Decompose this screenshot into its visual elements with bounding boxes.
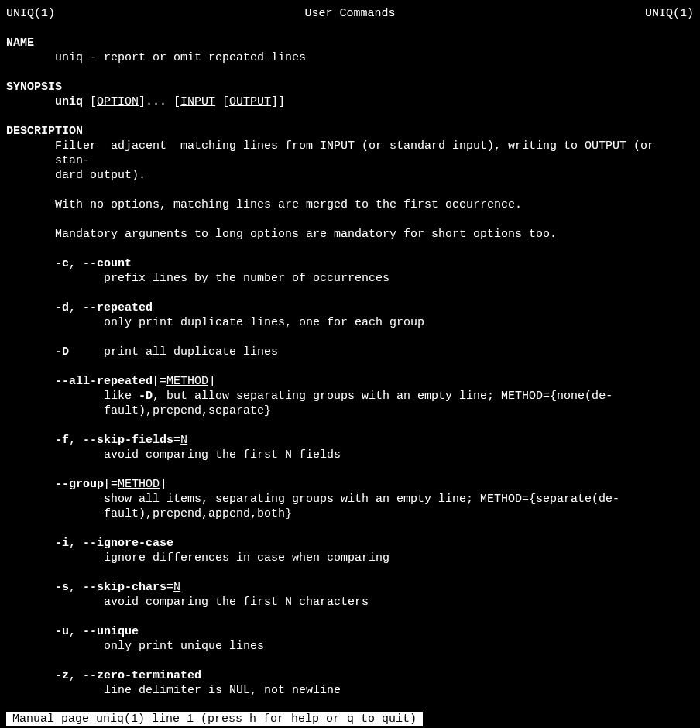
section-name-text: uniq - report or omit repeated lines bbox=[6, 50, 694, 65]
synopsis-cmd: uniq bbox=[55, 95, 83, 108]
option-z: -z, --zero-terminated bbox=[6, 668, 694, 683]
header-left: UNIQ(1) bbox=[6, 6, 55, 21]
option-all-repeated: --all-repeated[=METHOD] bbox=[6, 374, 694, 389]
option-f-desc: avoid comparing the first N fields bbox=[6, 448, 694, 462]
option-f: -f, --skip-fields=N bbox=[6, 433, 694, 448]
option-D: -D print all duplicate lines bbox=[6, 345, 694, 359]
option-c-desc: prefix lines by the number of occurrence… bbox=[6, 271, 694, 286]
synopsis-option: OPTION bbox=[97, 95, 139, 108]
option-all-repeated-desc: like -D, but allow separating groups wit… bbox=[6, 389, 694, 403]
option-u: -u, --unique bbox=[6, 624, 694, 639]
option-d: -d, --repeated bbox=[6, 300, 694, 315]
section-name-heading: NAME bbox=[6, 36, 694, 50]
synopsis-line: uniq [OPTION]... [INPUT [OUTPUT]] bbox=[6, 94, 694, 109]
option-i: -i, --ignore-case bbox=[6, 536, 694, 551]
description-p1a: Filter adjacent matching lines from INPU… bbox=[6, 139, 694, 168]
option-c: -c, --count bbox=[6, 256, 694, 271]
option-group: --group[=METHOD] bbox=[6, 477, 694, 492]
option-i-desc: ignore differences in case when comparin… bbox=[6, 551, 694, 565]
section-synopsis-heading: SYNOPSIS bbox=[6, 80, 694, 94]
description-p2: With no options, matching lines are merg… bbox=[6, 197, 694, 212]
description-p1b: dard output). bbox=[6, 168, 694, 183]
man-header: UNIQ(1) User Commands UNIQ(1) bbox=[6, 6, 694, 21]
option-D-desc: print all duplicate lines bbox=[104, 345, 278, 359]
header-center: User Commands bbox=[304, 6, 395, 21]
header-right: UNIQ(1) bbox=[645, 6, 694, 21]
option-u-desc: only print unique lines bbox=[6, 639, 694, 654]
option-d-desc: only print duplicate lines, one for each… bbox=[6, 315, 694, 330]
synopsis-input: INPUT bbox=[180, 95, 215, 108]
option-s-desc: avoid comparing the first N characters bbox=[6, 595, 694, 610]
option-group-desc: show all items, separating groups with a… bbox=[6, 492, 694, 507]
pager-status-bar[interactable]: Manual page uniq(1) line 1 (press h for … bbox=[6, 712, 423, 726]
option-s: -s, --skip-chars=N bbox=[6, 580, 694, 595]
section-description-heading: DESCRIPTION bbox=[6, 124, 694, 139]
description-p3: Mandatory arguments to long options are … bbox=[6, 227, 694, 242]
synopsis-output: OUTPUT bbox=[229, 95, 271, 108]
option-z-desc: line delimiter is NUL, not newline bbox=[6, 683, 694, 698]
